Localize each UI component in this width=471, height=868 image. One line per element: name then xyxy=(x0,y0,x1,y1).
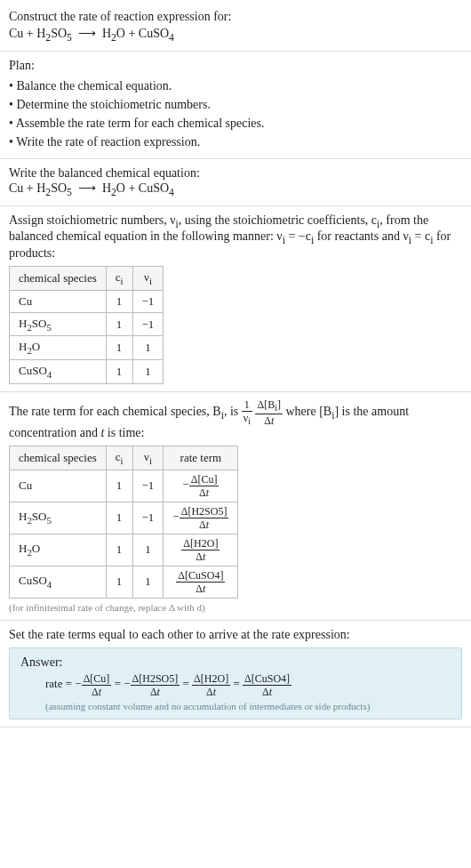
col-species: chemical species xyxy=(10,446,107,470)
prompt-text: Construct the rate of reaction expressio… xyxy=(9,7,462,26)
table-row: CuSO4 1 1 Δ[CuSO4]Δt xyxy=(10,566,238,598)
rate-term-table: chemical species ci νi rate term Cu 1 −1… xyxy=(9,446,238,599)
table-row: Cu 1 −1 xyxy=(10,290,164,312)
col-ci: ci xyxy=(106,446,132,470)
plan-item: Balance the chemical equation. xyxy=(9,76,462,95)
final-section: Set the rate terms equal to each other t… xyxy=(0,621,471,727)
cell-nui: −1 xyxy=(132,312,164,336)
cell-rate: Δ[CuSO4]Δt xyxy=(164,566,238,598)
cell-nui: 1 xyxy=(132,336,164,360)
balanced-heading: Write the balanced chemical equation: xyxy=(9,166,462,181)
cell-ci: 1 xyxy=(106,502,132,534)
cell-nui: 1 xyxy=(132,359,164,383)
table-row: H2SO5 1 −1 xyxy=(10,312,164,336)
table-header-row: chemical species ci νi rate term xyxy=(10,446,238,470)
cell-species: H2O xyxy=(10,336,107,360)
col-ci: ci xyxy=(106,267,132,291)
table-row: H2O 1 1 xyxy=(10,336,164,360)
cell-species: H2SO5 xyxy=(10,312,107,336)
col-species: chemical species xyxy=(10,267,107,291)
cell-ci: 1 xyxy=(106,470,132,502)
cell-rate: −Δ[Cu]Δt xyxy=(164,470,238,502)
col-rate: rate term xyxy=(164,446,238,470)
plan-item: Write the rate of reaction expression. xyxy=(9,133,462,151)
col-nui: νi xyxy=(132,446,164,470)
final-heading: Set the rate terms equal to each other t… xyxy=(9,628,462,642)
balanced-section: Write the balanced chemical equation: Cu… xyxy=(0,159,471,206)
answer-note: (assuming constant volume and no accumul… xyxy=(20,701,451,711)
plan-item: Assemble the rate term for each chemical… xyxy=(9,114,462,133)
cell-species: H2SO5 xyxy=(10,502,107,534)
cell-ci: 1 xyxy=(106,359,132,383)
answer-box: Answer: rate = −Δ[Cu]Δt = −Δ[H2SO5]Δt = … xyxy=(9,647,462,719)
rate-term-intro: The rate term for each chemical species,… xyxy=(9,399,462,440)
assign-intro: Assign stoichiometric numbers, νi, using… xyxy=(9,213,462,261)
cell-ci: 1 xyxy=(106,336,132,360)
plan-heading: Plan: xyxy=(9,59,462,73)
cell-species: Cu xyxy=(10,290,107,312)
col-nui: νi xyxy=(132,267,164,291)
cell-nui: −1 xyxy=(132,290,164,312)
table-row: H2O 1 1 Δ[H2O]Δt xyxy=(10,534,238,566)
cell-nui: −1 xyxy=(132,502,164,534)
table-row: Cu 1 −1 −Δ[Cu]Δt xyxy=(10,470,238,502)
prompt-section: Construct the rate of reaction expressio… xyxy=(0,0,471,52)
plan-section: Plan: Balance the chemical equation. Det… xyxy=(0,52,471,159)
plan-list: Balance the chemical equation. Determine… xyxy=(9,76,462,151)
cell-ci: 1 xyxy=(106,534,132,566)
cell-nui: 1 xyxy=(132,534,164,566)
cell-species: CuSO4 xyxy=(10,566,107,598)
answer-label: Answer: xyxy=(20,655,451,670)
cell-ci: 1 xyxy=(106,566,132,598)
cell-nui: 1 xyxy=(132,566,164,598)
rate-term-note: (for infinitesimal rate of change, repla… xyxy=(9,602,462,613)
cell-rate: −Δ[H2SO5]Δt xyxy=(164,502,238,534)
cell-species: Cu xyxy=(10,470,107,502)
stoich-table: chemical species ci νi Cu 1 −1 H2SO5 1 −… xyxy=(9,266,164,383)
balanced-equation: Cu + H2SO5 ⟶ H2O + CuSO4 xyxy=(9,181,462,198)
cell-species: CuSO4 xyxy=(10,359,107,383)
cell-ci: 1 xyxy=(106,312,132,336)
assign-section: Assign stoichiometric numbers, νi, using… xyxy=(0,206,471,392)
table-row: H2SO5 1 −1 −Δ[H2SO5]Δt xyxy=(10,502,238,534)
prompt-equation: Cu + H2SO5 ⟶ H2O + CuSO4 xyxy=(9,26,462,44)
cell-nui: −1 xyxy=(132,470,164,502)
cell-rate: Δ[H2O]Δt xyxy=(164,534,238,566)
cell-ci: 1 xyxy=(106,290,132,312)
cell-species: H2O xyxy=(10,534,107,566)
table-header-row: chemical species ci νi xyxy=(10,267,164,291)
rate-term-section: The rate term for each chemical species,… xyxy=(0,392,471,621)
table-row: CuSO4 1 1 xyxy=(10,359,164,383)
plan-item: Determine the stoichiometric numbers. xyxy=(9,95,462,114)
answer-equation: rate = −Δ[Cu]Δt = −Δ[H2SO5]Δt = Δ[H2O]Δt… xyxy=(20,673,451,697)
